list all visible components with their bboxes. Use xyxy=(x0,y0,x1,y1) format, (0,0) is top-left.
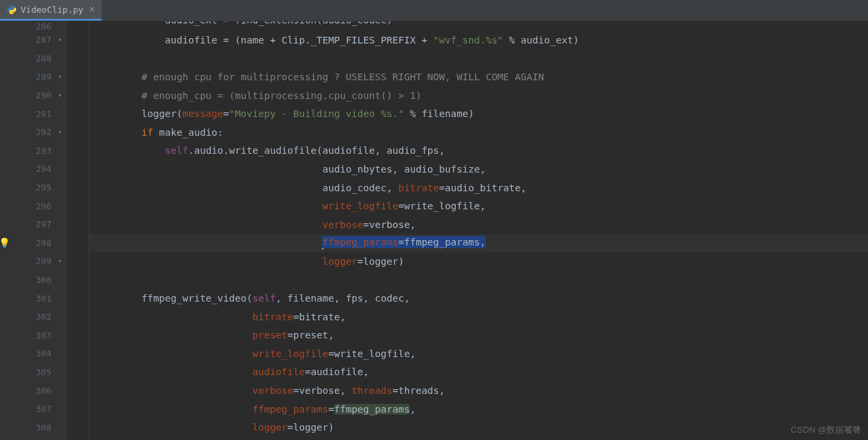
code-line[interactable]: if make_audio: xyxy=(90,123,868,142)
line-number: 308 xyxy=(0,418,66,437)
code-line[interactable]: bitrate=bitrate, xyxy=(90,308,868,326)
line-number: 300 xyxy=(0,271,66,290)
line-number: 291 xyxy=(0,104,66,123)
watermark: CSDN @数据饕餮 xyxy=(790,424,861,436)
code-line[interactable]: self.audio.write_audiofile(audiofile, au… xyxy=(90,142,868,160)
code-line[interactable] xyxy=(90,271,868,290)
code-line[interactable]: logger=logger) xyxy=(90,418,868,437)
fold-icon[interactable]: ▾ xyxy=(57,35,62,44)
tab-videoclip[interactable]: VideoClip.py × xyxy=(0,0,102,21)
line-number: 295 xyxy=(0,179,66,197)
code-line[interactable]: audiofile = (name + Clip._TEMP_FILES_PRE… xyxy=(90,31,868,49)
code-line[interactable]: verbose=verbose, xyxy=(90,215,868,234)
code-line[interactable]: preset=preset, xyxy=(90,326,868,345)
line-number: 286 xyxy=(0,21,66,31)
editor: 286287▾288289▾290▾291292▾293294295296297… xyxy=(0,21,868,440)
line-number: 288 xyxy=(0,49,66,68)
fold-icon[interactable]: ▾ xyxy=(57,91,62,100)
line-number: 299▾ xyxy=(0,252,66,271)
line-number: 289▾ xyxy=(0,68,66,86)
fold-icon[interactable]: ▾ xyxy=(57,257,62,265)
tab-bar: VideoClip.py × xyxy=(0,0,868,21)
code-line[interactable]: # enough_cpu = (multiprocessing.cpu_coun… xyxy=(90,86,868,105)
gutter: 286287▾288289▾290▾291292▾293294295296297… xyxy=(0,21,67,440)
margin-strip xyxy=(67,21,90,440)
code-line[interactable]: audiofile=audiofile, xyxy=(90,363,868,382)
code-line[interactable]: # enough cpu for multiprocessing ? USELE… xyxy=(90,68,868,86)
line-number: 290▾ xyxy=(0,86,66,105)
code-line[interactable]: ffmpeg_params=ffmpeg_params, xyxy=(90,234,868,253)
line-number: 296 xyxy=(0,197,66,215)
code-line[interactable]: audio_codec, bitrate=audio_bitrate, xyxy=(90,179,868,197)
line-number: 304 xyxy=(0,344,66,363)
line-number: 305 xyxy=(0,363,66,382)
line-number: 298💡 xyxy=(0,234,66,253)
line-number: 287▾ xyxy=(0,31,66,49)
code-line[interactable]: ffmpeg_write_video(self, filename, fps, … xyxy=(90,289,868,308)
code-line[interactable] xyxy=(90,49,868,68)
python-file-icon xyxy=(7,5,17,15)
tab-label: VideoClip.py xyxy=(21,5,84,15)
line-number: 302 xyxy=(0,308,66,326)
line-number: 297 xyxy=(0,215,66,234)
code-line[interactable]: audio_nbytes, audio_bufsize, xyxy=(90,160,868,179)
close-icon[interactable]: × xyxy=(88,3,96,15)
code-area[interactable]: audio_ext = find_extension(audio_codec) … xyxy=(90,21,868,440)
intention-bulb-icon[interactable]: 💡 xyxy=(0,237,10,248)
code-line[interactable]: write_logfile=write_logfile, xyxy=(90,197,868,215)
code-line[interactable]: logger(message="Moviepy - Building video… xyxy=(90,104,868,123)
line-number: 307 xyxy=(0,400,66,419)
line-number: 303 xyxy=(0,326,66,345)
code-line[interactable]: logger=logger) xyxy=(90,252,868,271)
fold-icon[interactable]: ▾ xyxy=(57,72,62,81)
line-number: 293 xyxy=(0,142,66,160)
code-line[interactable]: verbose=verbose, threads=threads, xyxy=(90,381,868,400)
code-line[interactable]: write_logfile=write_logfile, xyxy=(90,344,868,363)
code-line[interactable]: ffmpeg_params=ffmpeg_params, xyxy=(90,400,868,419)
code-line[interactable]: audio_ext = find_extension(audio_codec) xyxy=(90,21,868,31)
line-number: 292▾ xyxy=(0,123,66,142)
line-number: 301 xyxy=(0,289,66,308)
line-number: 306 xyxy=(0,381,66,400)
line-number: 294 xyxy=(0,160,66,179)
fold-icon[interactable]: ▾ xyxy=(57,128,62,136)
